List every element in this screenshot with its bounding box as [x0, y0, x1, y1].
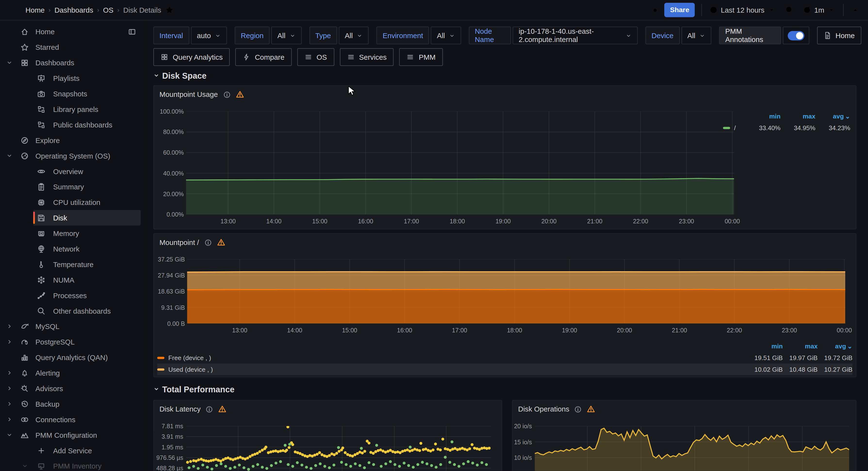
sidebar-item-pmm-configuration[interactable]: PMM Configuration — [0, 427, 144, 443]
menu-icon[interactable] — [4, 3, 19, 17]
sidebar-item-operating-system-os[interactable]: Operating System (OS) — [0, 148, 144, 164]
compare-button[interactable]: Compare — [236, 48, 292, 66]
sidebar-item-playlists[interactable]: Playlists — [0, 70, 144, 86]
pmm-button[interactable]: PMM — [399, 48, 443, 66]
sidebar-item-snapshots[interactable]: Snapshots — [0, 86, 144, 101]
info-icon[interactable] — [204, 238, 212, 246]
panel-title[interactable]: Mountpoint / — [159, 238, 199, 246]
sidebar-item-mysql[interactable]: MySQL — [0, 319, 144, 334]
filter-label[interactable]: Environment — [376, 27, 429, 45]
sidebar-item-query-analytics-qan[interactable]: Query Analytics (QAN) — [0, 350, 144, 365]
filter-label[interactable]: Region — [235, 27, 270, 45]
time-range-clock-icon[interactable] — [707, 3, 721, 17]
section-total-performance[interactable]: Total Performance — [153, 385, 235, 394]
info-icon[interactable] — [574, 405, 582, 413]
sidebar-item-pmm-inventory[interactable]: PMM Inventory — [0, 458, 144, 471]
share-button[interactable]: Share — [664, 3, 695, 17]
breadcrumb-item[interactable]: Dashboards — [54, 6, 93, 14]
chevron-down-icon[interactable] — [6, 59, 13, 66]
panel-title[interactable]: Disk Latency — [159, 405, 200, 413]
sidebar-item-advisors[interactable]: Advisors — [0, 381, 144, 396]
sidebar-item-processes[interactable]: Processes — [0, 288, 144, 303]
sidebar-item-backup[interactable]: Backup — [0, 396, 144, 412]
legend-sort-avg[interactable]: avg⌄ — [817, 342, 852, 350]
breadcrumb-item[interactable]: OS — [103, 6, 114, 14]
chevron-right-icon[interactable] — [6, 370, 13, 376]
chevron-right-icon[interactable] — [6, 385, 13, 392]
section-disk-space[interactable]: Disk Space — [153, 71, 207, 80]
sidebar-item-library-panels[interactable]: Library panels — [0, 101, 144, 117]
zoom-out-icon[interactable] — [782, 3, 797, 17]
refresh-interval-value[interactable]: 1m — [814, 6, 824, 14]
series-label[interactable]: Used (device , ) — [168, 366, 213, 373]
sidebar-item-public-dashboards[interactable]: Public dashboards — [0, 117, 144, 132]
filter-value-dropdown[interactable]: All — [681, 27, 711, 45]
warning-triangle-icon[interactable] — [236, 90, 244, 98]
legend-row-1[interactable]: Free (device , )19.51 GiB19.97 GiB19.72 … — [157, 352, 852, 363]
mountpoint-root-chart[interactable] — [187, 259, 845, 324]
home-dashboard-button[interactable]: Home — [817, 27, 862, 45]
mountpoint-usage-chart[interactable] — [186, 112, 734, 214]
legend-sort-max[interactable]: max — [783, 343, 818, 349]
dashboard-settings-gear-icon[interactable] — [648, 3, 662, 17]
time-range-picker[interactable]: Last 12 hours — [721, 6, 765, 14]
sidebar-item-alerting[interactable]: Alerting — [0, 365, 144, 381]
sidebar-item-connections[interactable]: Connections — [0, 412, 144, 427]
legend-sort-min[interactable]: min — [748, 343, 783, 349]
favorite-star-icon[interactable] — [162, 3, 177, 17]
sidebar-item-postgresql[interactable]: PostgreSQL — [0, 334, 144, 350]
sidebar-item-overview[interactable]: Overview — [0, 164, 144, 179]
chevron-down-icon[interactable] — [6, 432, 13, 438]
filter-value-dropdown[interactable]: auto — [191, 27, 227, 45]
filter-value-dropdown[interactable]: All — [339, 27, 369, 45]
sidebar-item-disk[interactable]: Disk — [0, 210, 144, 226]
refresh-interval-chevron-down-icon[interactable] — [824, 3, 839, 17]
disk-latency-chart[interactable] — [186, 426, 491, 471]
services-button[interactable]: Services — [340, 48, 394, 66]
series-label[interactable]: Free (device , ) — [168, 354, 211, 361]
sidebar-item-temperature[interactable]: Temperature — [0, 257, 144, 272]
sidebar-item-memory[interactable]: Memory — [0, 226, 144, 241]
legend-row-1[interactable]: /33.40%34.95%34.23% — [723, 122, 850, 134]
breadcrumb-item[interactable]: Home — [26, 6, 44, 14]
chevron-down-icon[interactable] — [6, 152, 13, 159]
info-icon[interactable] — [206, 405, 214, 413]
legend-sort-min[interactable]: min — [746, 113, 781, 119]
filter-label[interactable]: Interval — [153, 27, 189, 45]
sidebar-item-network[interactable]: Network — [0, 241, 144, 257]
legend-sort-avg[interactable]: avg⌄ — [815, 112, 850, 120]
chevron-right-icon[interactable] — [6, 401, 13, 407]
filter-label[interactable]: Type — [309, 27, 337, 45]
chevron-right-icon[interactable] — [6, 323, 13, 329]
chevron-right-icon[interactable] — [6, 416, 13, 423]
query-analytics-button[interactable]: Query Analytics — [153, 48, 230, 66]
sidebar-item-home[interactable]: Home — [0, 24, 144, 39]
chevron-right-icon[interactable] — [6, 338, 13, 345]
series-label[interactable]: / — [734, 124, 736, 131]
sidebar-item-summary[interactable]: Summary — [0, 179, 144, 195]
legend-sort-max[interactable]: max — [780, 113, 815, 119]
panel-title[interactable]: Mountpoint Usage — [159, 90, 218, 98]
warning-triangle-icon[interactable] — [217, 238, 225, 246]
panel-title[interactable]: Disk Operations — [518, 405, 569, 413]
sidebar-item-add-service[interactable]: Add Service — [0, 443, 144, 458]
filter-label[interactable]: Node Name — [469, 27, 511, 45]
warning-triangle-icon[interactable] — [587, 405, 595, 413]
sidebar-item-starred[interactable]: Starred — [0, 39, 144, 55]
sidebar-item-other-dashboards[interactable]: Other dashboards — [0, 303, 144, 319]
warning-triangle-icon[interactable] — [218, 405, 226, 413]
panel-toggle-icon[interactable] — [128, 27, 136, 36]
os-button[interactable]: OS — [297, 48, 334, 66]
sidebar-item-explore[interactable]: Explore — [0, 132, 144, 148]
refresh-icon[interactable] — [800, 3, 814, 17]
sidebar-item-numa[interactable]: NUMA — [0, 272, 144, 288]
collapse-toolbar-chevron-up-icon[interactable] — [848, 3, 862, 17]
filter-value-dropdown[interactable]: All — [271, 27, 301, 45]
sidebar-item-cpu-utilization[interactable]: CPU utilization — [0, 195, 144, 210]
filter-value-dropdown[interactable]: All — [431, 27, 461, 45]
chevron-down-icon[interactable] — [21, 463, 29, 469]
filter-label[interactable]: Device — [645, 27, 680, 45]
legend-row-2[interactable]: Used (device , )10.02 GiB10.48 GiB10.27 … — [157, 363, 852, 375]
filter-value-dropdown[interactable]: ip-10-178-1-40.us-east-2.compute.interna… — [513, 27, 638, 45]
sidebar-item-dashboards[interactable]: Dashboards — [0, 55, 144, 70]
